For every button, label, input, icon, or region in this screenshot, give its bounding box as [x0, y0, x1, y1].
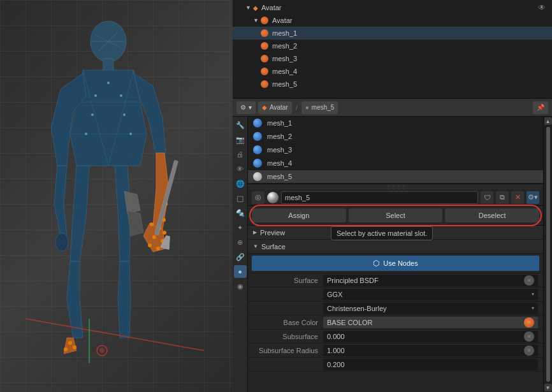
base-color-value[interactable]: BASE COLOR ○: [323, 317, 538, 328]
outliner-row-mesh3[interactable]: mesh_3: [233, 52, 552, 65]
assign-row: Assign Select Deselect Select by active …: [248, 206, 543, 226]
drag-handle[interactable]: ⋮⋮⋮⋮: [248, 184, 543, 189]
outliner-row-mesh2[interactable]: mesh_2: [233, 40, 552, 52]
use-nodes-button[interactable]: ⬡ Use Nodes: [252, 256, 539, 271]
outliner-label: Avatar: [261, 4, 537, 11]
mesh-icon: [261, 68, 268, 75]
prop-main-content: mesh_1 mesh_2 mesh_3 mesh_4: [248, 117, 543, 392]
subsurface-value-text: 0.000: [327, 333, 345, 340]
mesh-sphere-icon: ●: [305, 104, 309, 111]
world-icon-btn[interactable]: 🌐: [234, 177, 247, 190]
svg-point-20: [68, 341, 72, 345]
nodes-icon: ⬡: [373, 259, 379, 268]
mat-remove-btn[interactable]: ✕: [511, 191, 524, 204]
constraints-icon-btn[interactable]: 🔗: [234, 250, 247, 263]
outliner-row-mesh5[interactable]: mesh_5: [233, 78, 552, 91]
right-panel: ▼ ◆ Avatar 👁 ▼ Avatar mesh_1: [233, 0, 552, 392]
subsurface-row: Subsurface 0.000 ○: [248, 330, 543, 344]
scene-icon-btn[interactable]: 🔧: [234, 119, 247, 131]
mat-icon: [253, 132, 262, 141]
scroll-down-button[interactable]: ▼: [544, 384, 552, 391]
material-row-mesh1[interactable]: mesh_1: [248, 117, 543, 130]
props-view-btn[interactable]: ⚙ ▾: [236, 101, 256, 114]
main-layout: ▼ ◆ Avatar 👁 ▼ Avatar mesh_1: [0, 0, 552, 392]
surface-value[interactable]: Principled BSDF ○: [323, 275, 538, 286]
material-row-mesh5[interactable]: mesh_5: [248, 170, 543, 184]
mat-nodes-btn[interactable]: ⚙▾: [527, 191, 539, 204]
mat-label: mesh_3: [267, 146, 538, 154]
outliner-row-avatar-mesh[interactable]: ▼ Avatar: [233, 14, 552, 27]
mesh-icon: [261, 17, 268, 24]
outliner-row-mesh4[interactable]: mesh_4: [233, 65, 552, 78]
eye-icon[interactable]: 👁: [537, 3, 547, 13]
chevron-down-icon: ▾: [249, 104, 252, 111]
deselect-button[interactable]: Deselect: [445, 208, 539, 222]
material-list: mesh_1 mesh_2 mesh_3 mesh_4: [248, 117, 543, 184]
particles-icon-btn[interactable]: ✦: [234, 221, 247, 234]
svg-point-26: [120, 94, 122, 97]
material-row-mesh2[interactable]: mesh_2: [248, 130, 543, 143]
mesh-icon: [261, 29, 268, 37]
outliner-row-avatar-collection[interactable]: ▼ ◆ Avatar 👁: [233, 1, 552, 14]
right-scrollbar: ▲ ▼: [543, 117, 552, 392]
viewport[interactable]: [0, 0, 233, 392]
svg-rect-4: [103, 59, 113, 71]
surface-section-header[interactable]: ▼ Surface: [248, 240, 543, 254]
christensen-row: Christensen-Burley ▾: [248, 301, 543, 316]
render-icon-btn[interactable]: 📷: [234, 133, 247, 146]
collection-icon: ◆: [253, 4, 258, 11]
viewport-bg: [0, 0, 233, 392]
outliner-label: mesh_2: [272, 42, 547, 50]
physics-icon-btn[interactable]: ⊕: [234, 236, 247, 249]
subsurface-radius-dot[interactable]: ○: [524, 345, 534, 356]
svg-point-21: [73, 345, 76, 349]
material-row-mesh4[interactable]: mesh_4: [248, 157, 543, 170]
breadcrumb-mesh5[interactable]: ● mesh_5: [301, 101, 338, 114]
select-button[interactable]: Select: [349, 208, 443, 222]
subsurface-radius-value[interactable]: 1.000 ○: [323, 345, 538, 356]
material-icon-btn[interactable]: ●: [234, 265, 247, 278]
avatar-svg: [25, 6, 204, 376]
subsurface-value[interactable]: 0.000 ○: [323, 331, 538, 342]
subsurface-radius-row: Subsurface Radius 1.000 ○: [248, 344, 543, 358]
ggx-dropdown[interactable]: GGX ▾: [323, 289, 538, 300]
subsurface-dot[interactable]: ○: [524, 331, 534, 342]
svg-point-15: [148, 243, 152, 247]
scroll-thumb[interactable]: [546, 127, 550, 382]
svg-point-13: [152, 235, 156, 239]
mat-label: mesh_2: [267, 133, 538, 140]
outliner-label: mesh_5: [272, 80, 547, 88]
next-value-row: 0.200: [248, 358, 543, 372]
pin-button[interactable]: 📌: [533, 101, 548, 114]
data-icon-btn[interactable]: ◉: [234, 280, 247, 293]
svg-point-12: [163, 231, 166, 235]
mat-name-input[interactable]: [281, 191, 478, 204]
surface-dot[interactable]: ○: [524, 275, 534, 286]
svg-point-29: [85, 133, 87, 135]
mat-label: mesh_1: [267, 119, 538, 127]
mat-browse-btn[interactable]: ◎: [252, 191, 265, 204]
mat-icon: [253, 145, 262, 154]
christensen-dropdown[interactable]: Christensen-Burley ▾: [323, 303, 538, 314]
next-value[interactable]: 0.200: [323, 359, 538, 370]
breadcrumb-separator: /: [296, 104, 298, 112]
svg-point-10: [150, 222, 154, 226]
svg-point-24: [107, 82, 110, 84]
breadcrumb-avatar[interactable]: ◆ Avatar: [258, 101, 292, 114]
object-icon-btn[interactable]: ◻: [234, 192, 247, 205]
view-layer-icon-btn[interactable]: 👁: [234, 163, 247, 175]
base-color-row: Base Color BASE COLOR ○: [248, 316, 543, 330]
mat-copy-btn[interactable]: ⧉: [496, 191, 509, 204]
outliner-row-mesh1[interactable]: mesh_1: [233, 27, 552, 40]
svg-point-27: [91, 113, 94, 116]
mat-shield-btn[interactable]: 🛡: [481, 191, 493, 204]
output-icon-btn[interactable]: 🖨: [234, 148, 247, 161]
base-color-dot[interactable]: ○: [524, 317, 534, 328]
svg-point-22: [64, 347, 68, 351]
modifier-icon-btn[interactable]: 🔩: [234, 207, 247, 219]
material-row-mesh3[interactable]: mesh_3: [248, 143, 543, 157]
preview-section-header[interactable]: ▶ Preview: [248, 226, 543, 240]
use-nodes-row: ⬡ Use Nodes: [248, 254, 543, 273]
scroll-up-button[interactable]: ▲: [544, 117, 552, 125]
assign-button[interactable]: Assign: [252, 208, 346, 222]
